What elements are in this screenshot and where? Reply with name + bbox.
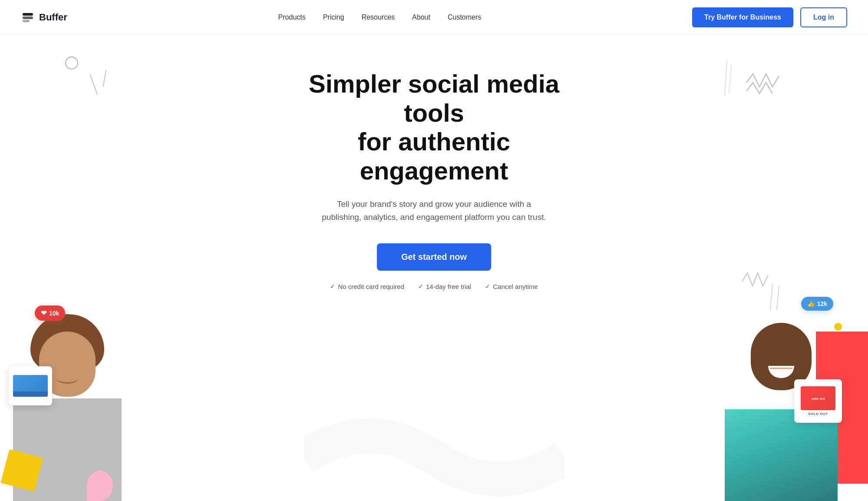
soldout-label: sold out (808, 412, 828, 416)
buffer-logo-icon (21, 10, 35, 24)
hero-title-line1: Simpler social media tools (309, 70, 559, 127)
scribble-line1-deco (90, 74, 98, 95)
hero-section: ❤ 10k 👍 12k (0, 35, 868, 501)
zigzag-deco (746, 70, 781, 96)
wave-deco (304, 414, 564, 501)
person-right (725, 310, 838, 501)
nav-about[interactable]: About (412, 13, 430, 21)
hoodie-left (13, 398, 122, 501)
checkmark-icon-3: ✓ (485, 283, 490, 290)
check-no-cc: ✓ No credit card required (330, 283, 404, 290)
svg-rect-2 (23, 20, 30, 22)
face-left (39, 332, 96, 397)
check-label-1: No credit card required (338, 283, 404, 290)
left-decoration: ❤ 10k (0, 262, 139, 501)
brand-name: Buffer (39, 12, 67, 23)
right-zigzag-deco (742, 271, 772, 292)
svg-line-5 (770, 284, 772, 310)
hero-subtitle: Tell your brand's story and grow your au… (321, 198, 547, 224)
nav-links: Products Pricing Resources About Custome… (278, 13, 482, 21)
hero-title: Simpler social media tools for authentic… (282, 70, 586, 186)
smile-right (768, 366, 794, 378)
like-notification-right: 👍 12k (801, 297, 833, 311)
svg-line-4 (729, 65, 731, 93)
right-lines-deco (768, 284, 785, 310)
checkmark-icon-1: ✓ (330, 283, 335, 290)
svg-line-3 (725, 61, 727, 96)
brand-logo[interactable]: Buffer (21, 10, 67, 24)
get-started-button[interactable]: Get started now (377, 243, 491, 271)
check-label-3: Cancel anytime (493, 283, 538, 290)
red-block-deco (816, 332, 868, 484)
right-decoration: 👍 12k sold out sold out (720, 262, 868, 501)
soldout-shoe-image: sold out (801, 386, 835, 410)
like-count-left: 10k (49, 310, 59, 317)
navbar: Buffer Products Pricing Resources About … (0, 0, 868, 35)
soldout-card: sold out sold out (794, 379, 842, 423)
pink-blob-deco (87, 471, 113, 501)
nav-customers[interactable]: Customers (448, 13, 481, 21)
dot-deco-right (865, 450, 868, 453)
svg-rect-1 (23, 17, 33, 19)
svg-rect-0 (23, 13, 33, 16)
nav-resources[interactable]: Resources (362, 13, 395, 21)
yellow-square-deco (0, 449, 43, 492)
shoe-card-left (9, 366, 52, 405)
login-button[interactable]: Log in (800, 7, 847, 27)
like-count-right: 12k (817, 300, 827, 307)
check-trial: ✓ 14-day free trial (418, 283, 471, 290)
lines-deco (716, 61, 738, 96)
nav-pricing[interactable]: Pricing (323, 13, 344, 21)
hair-left (30, 314, 104, 371)
jersey-right (725, 409, 838, 501)
person-left (13, 314, 122, 501)
thumbs-up-icon: 👍 (807, 300, 815, 307)
hero-checks: ✓ No credit card required ✓ 14-day free … (330, 283, 538, 290)
nav-actions: Try Buffer for Business Log in (692, 7, 847, 27)
face-right (751, 323, 812, 390)
check-label-2: 14-day free trial (426, 283, 471, 290)
try-business-button[interactable]: Try Buffer for Business (692, 7, 793, 27)
checkmark-icon-2: ✓ (418, 283, 423, 290)
yellow-dot-deco (834, 323, 842, 331)
scribble-line2-deco (103, 70, 107, 87)
nav-products[interactable]: Products (278, 13, 306, 21)
scribble-circle-deco (65, 56, 78, 70)
like-notification-left: ❤ 10k (35, 305, 65, 321)
svg-line-6 (777, 286, 779, 310)
soldout-text: sold out (811, 396, 825, 400)
shoe-image (13, 375, 48, 397)
hero-title-line2: for authentic engagement (358, 127, 510, 185)
heart-icon: ❤ (41, 309, 46, 317)
check-cancel: ✓ Cancel anytime (485, 283, 538, 290)
